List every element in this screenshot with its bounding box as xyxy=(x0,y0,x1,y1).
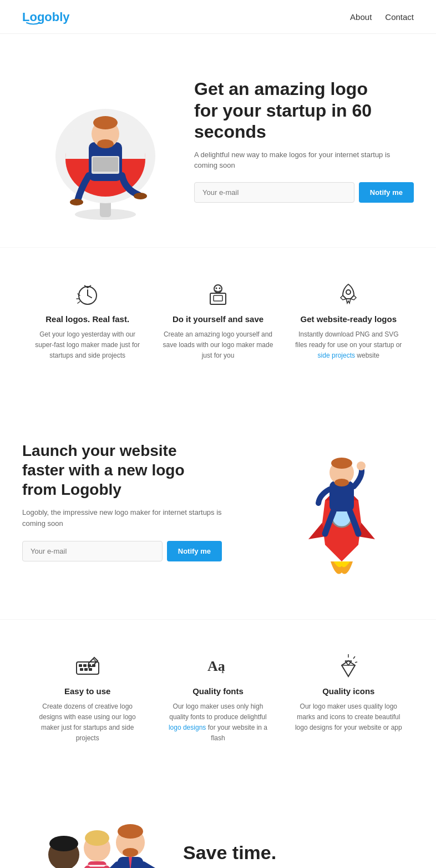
save-section: Save time. Save Money. Do it your way. T… xyxy=(0,766,436,868)
hero-illustration xyxy=(33,56,178,225)
hero-section: Get an amazing logo for your startup in … xyxy=(0,34,436,247)
svg-rect-16 xyxy=(210,293,226,304)
feature-fast-desc: Get your logo yesterday with our super-f… xyxy=(32,329,143,362)
hero-heading: Get an amazing logo for your startup in … xyxy=(194,78,414,142)
feature-easy-desc: Create dozens of creative logo designs w… xyxy=(32,701,143,744)
svg-point-11 xyxy=(70,199,83,205)
svg-point-58 xyxy=(118,824,143,839)
hero-email-input[interactable] xyxy=(194,182,354,203)
svg-point-8 xyxy=(97,139,114,148)
feature-icons: Quality icons Our logo maker uses qualit… xyxy=(293,653,404,744)
logo[interactable]: Logobly xyxy=(22,8,78,26)
svg-rect-10 xyxy=(93,157,118,172)
launch-notify-button[interactable]: Notify me xyxy=(167,541,222,561)
launch-email-row: Notify me xyxy=(22,541,222,561)
fonts-icon: Aa l xyxy=(205,653,231,680)
svg-line-39 xyxy=(353,656,355,659)
feature-fast-title: Real logos. Real fast. xyxy=(32,314,143,324)
launch-subtext: Logobly, the impressive new logo maker f… xyxy=(22,507,222,529)
feature-easy-title: Easy to use xyxy=(32,686,143,696)
feature-ready-title: Get website-ready logos xyxy=(293,314,404,324)
logo-designs-link[interactable]: logo designs xyxy=(169,724,206,731)
svg-point-50 xyxy=(85,830,109,846)
clock-icon xyxy=(74,281,101,308)
nav-about[interactable]: About xyxy=(350,12,372,22)
svg-text:l: l xyxy=(221,664,224,675)
feature-icons-desc: Our logo maker uses quality logo marks a… xyxy=(293,701,404,734)
hero-notify-button[interactable]: Notify me xyxy=(359,182,414,203)
logo-icon: Logobly xyxy=(22,8,78,26)
svg-rect-51 xyxy=(88,861,107,868)
side-projects-link[interactable]: side projects xyxy=(318,352,355,359)
keyboard-icon xyxy=(74,653,101,680)
save-illustration xyxy=(22,799,166,868)
svg-point-21 xyxy=(346,290,351,294)
svg-line-15 xyxy=(88,295,92,298)
svg-rect-34 xyxy=(84,668,88,671)
svg-point-25 xyxy=(331,458,352,469)
svg-point-20 xyxy=(219,288,220,289)
save-content: Save time. Save Money. Do it your way. T… xyxy=(166,841,414,868)
svg-point-12 xyxy=(134,193,147,199)
save-heading: Save time. Save Money. Do it your way. xyxy=(183,841,414,868)
feature-diy-desc: Create an amazing logo yourself and save… xyxy=(163,329,273,362)
feature-websiteready: Get website-ready logos Instantly downlo… xyxy=(293,281,404,362)
feature-ready-desc: Instantly download PNG and SVG files rea… xyxy=(293,329,404,362)
features-section-2: Easy to use Create dozens of creative lo… xyxy=(0,619,436,766)
svg-rect-29 xyxy=(79,664,82,667)
feature-diy-title: Do it yourself and save xyxy=(163,314,273,324)
nav-contact[interactable]: Contact xyxy=(385,12,414,22)
svg-point-27 xyxy=(357,461,366,470)
feature-icons-title: Quality icons xyxy=(293,686,404,696)
launch-illustration xyxy=(270,417,414,586)
launch-content: Launch your website faster with a new lo… xyxy=(22,441,222,561)
launch-email-input[interactable] xyxy=(22,541,163,561)
features-section-1: Real logos. Real fast. Get your logo yes… xyxy=(0,247,436,384)
svg-rect-33 xyxy=(80,668,83,671)
hero-content: Get an amazing logo for your startup in … xyxy=(178,78,414,202)
designer-icon xyxy=(205,281,231,308)
svg-text:Logobly: Logobly xyxy=(22,10,70,24)
feature-fonts: Aa l Quality fonts Our logo maker uses o… xyxy=(163,653,273,744)
svg-point-59 xyxy=(123,848,138,857)
svg-rect-17 xyxy=(214,295,222,301)
launch-section: Launch your website faster with a new lo… xyxy=(0,384,436,619)
svg-rect-30 xyxy=(83,664,87,667)
diamond-icon xyxy=(335,653,362,680)
feature-fast: Real logos. Real fast. Get your logo yes… xyxy=(32,281,143,362)
svg-line-40 xyxy=(355,662,357,663)
hero-email-row: Notify me xyxy=(194,182,414,203)
svg-point-48 xyxy=(49,836,78,851)
launch-heading: Launch your website faster with a new lo… xyxy=(22,441,222,499)
svg-point-26 xyxy=(334,479,349,486)
feature-fonts-title: Quality fonts xyxy=(163,686,273,696)
hero-subtext: A delightful new way to make logos for y… xyxy=(194,149,414,171)
feature-fonts-desc: Our logo maker uses only high quality fo… xyxy=(163,701,273,744)
main-nav: About Contact xyxy=(350,12,414,22)
rocket-icon xyxy=(335,281,362,308)
feature-easy: Easy to use Create dozens of creative lo… xyxy=(32,653,143,744)
svg-rect-35 xyxy=(89,668,92,671)
feature-diy: Do it yourself and save Create an amazin… xyxy=(163,281,273,362)
svg-point-7 xyxy=(93,116,118,129)
svg-point-19 xyxy=(215,288,217,289)
site-header: Logobly About Contact xyxy=(0,0,436,34)
